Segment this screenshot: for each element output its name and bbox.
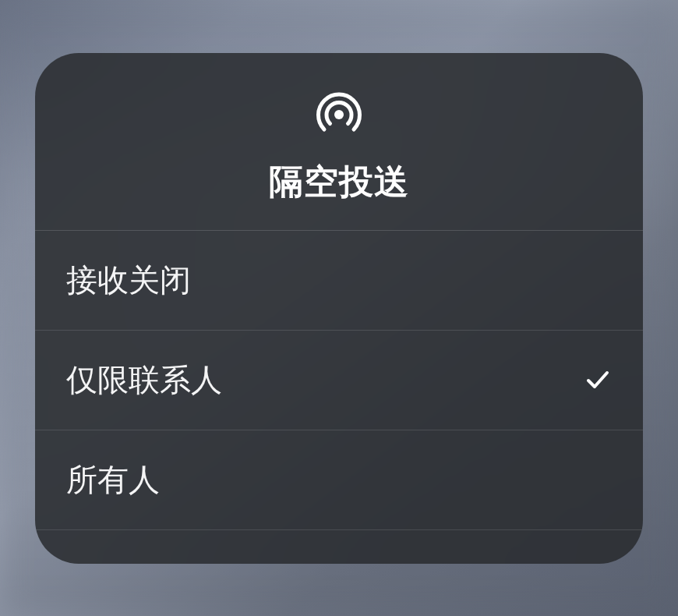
airdrop-icon (315, 90, 363, 139)
panel-title: 隔空投送 (269, 159, 409, 205)
panel-footer (35, 529, 643, 564)
options-list: 接收关闭 仅限联系人 所有人 (35, 231, 643, 529)
panel-header: 隔空投送 (35, 53, 643, 231)
checkmark-icon (584, 366, 612, 394)
option-receiving-off[interactable]: 接收关闭 (35, 231, 643, 331)
option-label: 仅限联系人 (66, 359, 222, 402)
airdrop-settings-panel: 隔空投送 接收关闭 仅限联系人 所有人 (35, 53, 643, 564)
option-label: 所有人 (66, 458, 160, 501)
option-everyone[interactable]: 所有人 (35, 430, 643, 529)
option-label: 接收关闭 (66, 259, 191, 302)
svg-point-0 (334, 110, 344, 119)
option-contacts-only[interactable]: 仅限联系人 (35, 331, 643, 430)
